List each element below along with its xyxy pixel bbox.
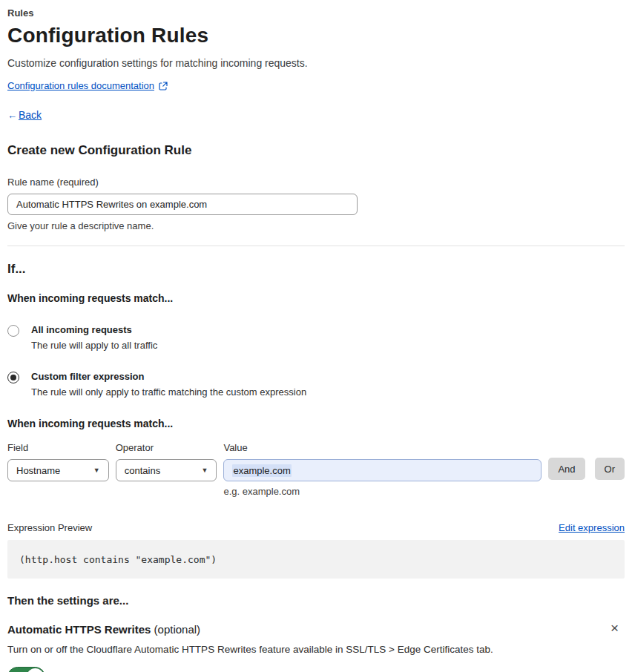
configuration-rules-page: Rules Configuration Rules Customize conf… bbox=[7, 7, 625, 672]
setting-description: Turn on or off the Cloudflare Automatic … bbox=[7, 644, 625, 655]
chevron-down-icon: ▼ bbox=[93, 467, 100, 474]
expression-builder-row: Field Hostname ▼ Operator contains ▼ Val… bbox=[7, 442, 625, 497]
radio-description: The rule will only apply to traffic matc… bbox=[31, 386, 306, 398]
create-rule-heading: Create new Configuration Rule bbox=[7, 143, 625, 158]
radio-label: All incoming requests bbox=[31, 324, 157, 335]
value-label: Value bbox=[223, 442, 542, 453]
setting-toggle[interactable]: ✓ bbox=[7, 667, 45, 672]
rule-name-help: Give your rule a descriptive name. bbox=[7, 220, 625, 231]
expression-builder-heading: When incoming requests match... bbox=[7, 418, 625, 429]
setting-title: Automatic HTTPS Rewrites (optional) bbox=[7, 623, 200, 636]
back-row: ← Back bbox=[7, 109, 625, 121]
radio-icon[interactable] bbox=[7, 325, 19, 337]
page-description: Customize configuration settings for mat… bbox=[7, 57, 625, 69]
and-button[interactable]: And bbox=[548, 458, 585, 480]
operator-select-value: contains bbox=[125, 465, 160, 476]
expression-preview-row: Expression Preview Edit expression bbox=[7, 522, 625, 533]
or-button[interactable]: Or bbox=[595, 458, 625, 480]
radio-description: The rule will apply to all traffic bbox=[31, 340, 157, 351]
doc-link-row: Configuration rules documentation bbox=[7, 80, 625, 91]
close-icon[interactable]: × bbox=[610, 623, 619, 633]
setting-name: Automatic HTTPS Rewrites bbox=[7, 623, 151, 636]
page-title: Configuration Rules bbox=[7, 24, 625, 47]
field-select[interactable]: Hostname ▼ bbox=[7, 459, 109, 481]
breadcrumb: Rules bbox=[7, 7, 625, 19]
radio-icon[interactable] bbox=[7, 372, 19, 383]
chevron-down-icon: ▼ bbox=[202, 467, 208, 474]
edit-expression-link[interactable]: Edit expression bbox=[559, 522, 625, 533]
operator-select[interactable]: contains ▼ bbox=[116, 459, 217, 481]
if-heading: If... bbox=[7, 262, 625, 277]
rule-name-label: Rule name (required) bbox=[7, 177, 625, 188]
section-divider bbox=[7, 246, 625, 246]
field-select-value: Hostname bbox=[16, 465, 60, 476]
expression-preview-label: Expression Preview bbox=[7, 522, 92, 533]
back-link[interactable]: Back bbox=[19, 109, 42, 121]
value-input-text: example.com bbox=[232, 464, 291, 477]
radio-option-custom-expression[interactable]: Custom filter expression The rule will o… bbox=[7, 371, 625, 398]
expression-preview-code: (http.host contains "example.com") bbox=[7, 540, 625, 579]
radio-option-all-requests[interactable]: All incoming requests The rule will appl… bbox=[7, 324, 625, 351]
field-label: Field bbox=[7, 442, 109, 453]
radio-label: Custom filter expression bbox=[31, 371, 306, 382]
back-arrow-icon: ← bbox=[7, 110, 17, 121]
match-type-radio-group: All incoming requests The rule will appl… bbox=[7, 324, 625, 398]
value-help: e.g. example.com bbox=[223, 486, 542, 497]
operator-label: Operator bbox=[116, 442, 217, 453]
documentation-link[interactable]: Configuration rules documentation bbox=[7, 80, 154, 91]
external-link-icon bbox=[159, 82, 168, 90]
match-type-heading: When incoming requests match... bbox=[7, 292, 625, 304]
value-input[interactable]: example.com bbox=[223, 459, 542, 481]
conjunction-buttons: And Or bbox=[548, 458, 625, 497]
setting-optional-tag: (optional) bbox=[151, 623, 200, 636]
then-settings-heading: Then the settings are... bbox=[7, 594, 625, 607]
setting-header: Automatic HTTPS Rewrites (optional) × bbox=[7, 623, 625, 636]
toggle-knob bbox=[27, 668, 44, 672]
rule-name-input[interactable]: Automatic HTTPS Rewrites on example.com bbox=[7, 194, 358, 215]
